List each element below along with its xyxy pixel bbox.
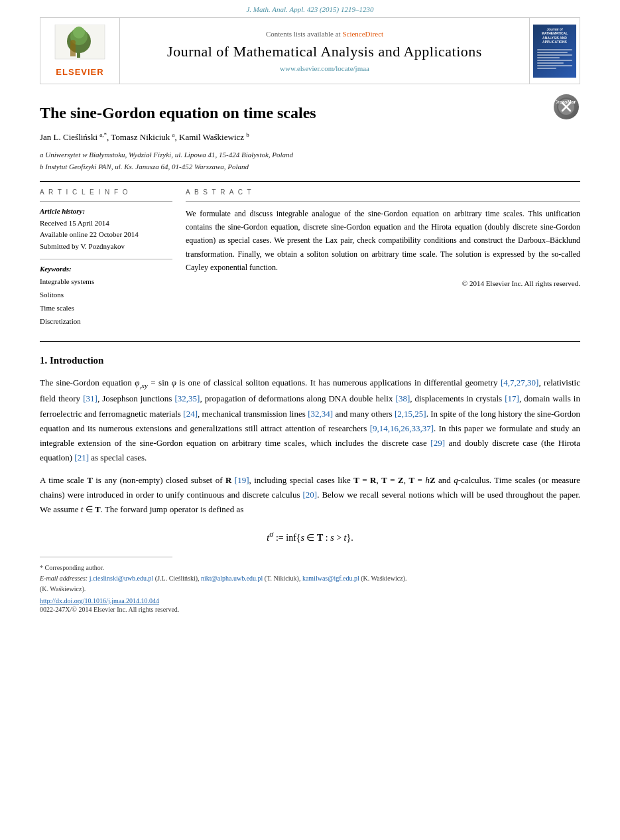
email-waskiewicz[interactable]: kamilwas@igf.edu.pl bbox=[302, 575, 359, 582]
intro-paragraph-2: A time scale T is any (non-empty) closed… bbox=[40, 473, 580, 517]
equation-forward-jump: tσ := inf{s ∈ T : s > t}. bbox=[40, 530, 580, 543]
abstract-divider bbox=[186, 201, 580, 202]
abstract-column: A B S T R A C T We formulate and discuss… bbox=[186, 188, 580, 328]
journal-reference: J. Math. Anal. Appl. 423 (2015) 1219–123… bbox=[0, 0, 620, 17]
journal-title-header: Journal of Mathematical Analysis and App… bbox=[167, 43, 482, 60]
history-title: Article history: bbox=[40, 207, 172, 215]
section-intro-title: 1. Introduction bbox=[40, 355, 580, 366]
copyright-notice: © 2014 Elsevier Inc. All rights reserved… bbox=[186, 279, 580, 287]
keyword-1: Integrable systems bbox=[40, 275, 172, 289]
received-date: Received 15 April 2014 bbox=[40, 218, 172, 230]
footnotes-section: * Corresponding author. E-mail addresses… bbox=[40, 563, 580, 595]
keyword-3: Time scales bbox=[40, 302, 172, 315]
keyword-2: Solitons bbox=[40, 289, 172, 302]
keywords-divider bbox=[40, 259, 172, 259]
article-info-column: A R T I C L E I N F O Article history: R… bbox=[40, 188, 172, 328]
article-content: CrossMark The sine-Gordon equation on ti… bbox=[40, 84, 580, 613]
email-addresses: E-mail addresses: j.cieslinski@uwb.edu.p… bbox=[40, 573, 580, 584]
elsevier-tree-icon bbox=[52, 25, 108, 64]
elsevier-logo-section: ELSEVIER bbox=[40, 18, 120, 84]
journal-thumbnail: Journal ofMATHEMATICALANALYSIS ANDAPPLIC… bbox=[530, 18, 580, 84]
svg-point-4 bbox=[73, 27, 85, 38]
footnote-waskiewicz: (K. Waśkiewicz). bbox=[40, 584, 580, 595]
elsevier-wordmark: ELSEVIER bbox=[56, 67, 103, 77]
affil-b: b Instytut Geofizyki PAN, ul. Ks. Janusz… bbox=[40, 161, 580, 173]
article-info-heading: A R T I C L E I N F O bbox=[40, 188, 172, 196]
svg-text:CrossMark: CrossMark bbox=[556, 100, 576, 104]
authors-line: Jan L. Cieśliński a,*, Tomasz Nikiciuk a… bbox=[40, 131, 580, 143]
submitted-by: Submitted by V. Pozdnyakov bbox=[40, 241, 172, 253]
email-cieslinski[interactable]: j.cieslinski@uwb.edu.pl bbox=[90, 575, 154, 582]
crossmark-badge[interactable]: CrossMark bbox=[554, 94, 580, 121]
journal-header: ELSEVIER Contents lists available at Sci… bbox=[40, 17, 580, 84]
email-nikiciuk[interactable]: nikt@alpha.uwb.edu.pl bbox=[201, 575, 263, 582]
keyword-4: Discretization bbox=[40, 315, 172, 328]
abstract-text: We formulate and discuss integrable anal… bbox=[186, 207, 580, 275]
journal-url[interactable]: www.elsevier.com/locate/jmaa bbox=[280, 64, 369, 72]
intro-paragraph-1: The sine-Gordon equation φ,xy = sin φ is… bbox=[40, 376, 580, 464]
sciencedirect-link[interactable]: ScienceDirect bbox=[342, 30, 383, 38]
affil-a: a Uniwersytet w Białymstoku, Wydział Fiz… bbox=[40, 149, 580, 161]
svg-point-6 bbox=[70, 40, 76, 45]
keywords-list: Integrable systems Solitons Time scales … bbox=[40, 275, 172, 328]
corresponding-author-note: * Corresponding author. bbox=[40, 563, 580, 573]
article-history: Received 15 April 2014 Available online … bbox=[40, 218, 172, 253]
article-title: The sine-Gordon equation on time scales bbox=[40, 104, 580, 122]
contents-available-text: Contents lists available at ScienceDirec… bbox=[266, 30, 383, 38]
available-date: Available online 22 October 2014 bbox=[40, 229, 172, 241]
abstract-heading: A B S T R A C T bbox=[186, 188, 580, 196]
svg-rect-5 bbox=[70, 44, 76, 56]
journal-info-center: Contents lists available at ScienceDirec… bbox=[120, 18, 530, 84]
info-abstract-columns: A R T I C L E I N F O Article history: R… bbox=[40, 188, 580, 328]
affiliations: a Uniwersytet w Białymstoku, Wydział Fiz… bbox=[40, 149, 580, 173]
footnote-divider bbox=[40, 557, 172, 557]
header-divider bbox=[40, 181, 580, 182]
doi-link[interactable]: http://dx.doi.org/10.1016/j.jmaa.2014.10… bbox=[40, 597, 580, 604]
body-divider bbox=[40, 341, 580, 342]
issn-line: 0022-247X/© 2014 Elsevier Inc. All right… bbox=[40, 606, 580, 613]
info-divider bbox=[40, 201, 172, 202]
keywords-title: Keywords: bbox=[40, 265, 172, 273]
